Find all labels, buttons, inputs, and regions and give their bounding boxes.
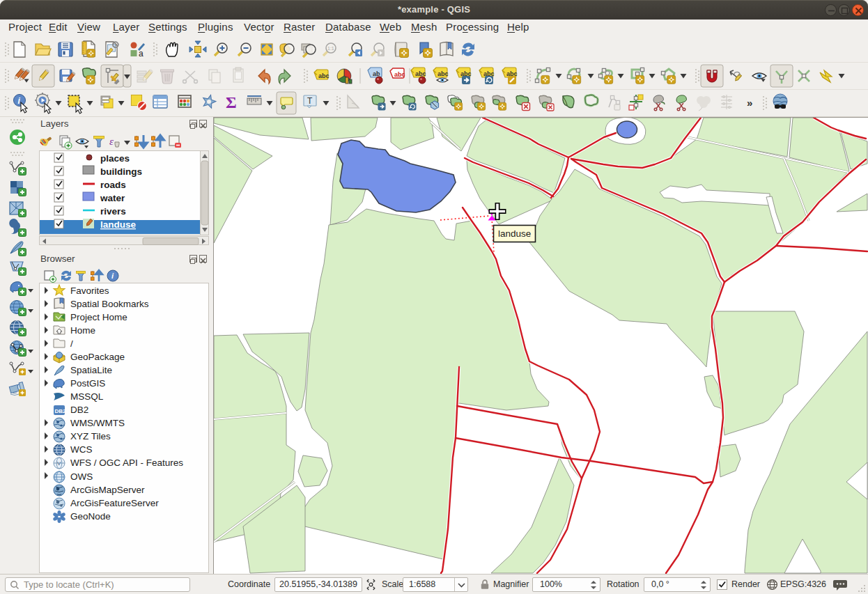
svg-text:XYZ Tiles: XYZ Tiles	[70, 431, 111, 441]
svg-text:DB2: DB2	[70, 405, 88, 415]
svg-text:Spatial Bookmarks: Spatial Bookmarks	[70, 299, 149, 309]
svg-text:Project Home: Project Home	[70, 312, 127, 322]
svg-text:buildings: buildings	[100, 166, 142, 177]
svg-text:Home: Home	[70, 325, 95, 336]
svg-text:1:1: 1:1	[327, 46, 334, 51]
svg-text:SpatiaLite: SpatiaLite	[70, 365, 112, 375]
svg-text:ε: ε	[109, 136, 114, 147]
svg-text:WCS: WCS	[70, 444, 93, 455]
svg-text:WMS/WMTS: WMS/WMTS	[70, 418, 125, 428]
svg-text:ArcGisMapServer: ArcGisMapServer	[70, 485, 145, 495]
svg-text:Favorites: Favorites	[70, 286, 109, 296]
svg-text:rivers: rivers	[100, 206, 126, 217]
svg-text:OWS: OWS	[70, 471, 93, 482]
svg-text:»: »	[747, 97, 752, 109]
svg-text:GeoPackage: GeoPackage	[70, 352, 125, 362]
svg-text:T: T	[307, 96, 313, 106]
svg-text:ArcGisFeatureServer: ArcGisFeatureServer	[70, 498, 159, 508]
svg-text:V: V	[57, 460, 61, 467]
svg-text:GeoNode: GeoNode	[70, 511, 111, 522]
svg-text:PostGIS: PostGIS	[70, 378, 105, 389]
svg-text:Σ: Σ	[226, 93, 237, 111]
svg-text:roads: roads	[100, 180, 126, 190]
svg-text:WFS / OGC API - Features: WFS / OGC API - Features	[70, 458, 183, 468]
svg-text:places: places	[100, 153, 130, 164]
svg-text:/: /	[70, 338, 73, 349]
svg-text:MSSQL: MSSQL	[70, 391, 104, 402]
svg-text:landuse: landuse	[100, 219, 137, 230]
svg-text:DB2: DB2	[55, 408, 67, 414]
svg-text:landuse: landuse	[498, 228, 531, 239]
svg-text:water: water	[100, 193, 125, 203]
